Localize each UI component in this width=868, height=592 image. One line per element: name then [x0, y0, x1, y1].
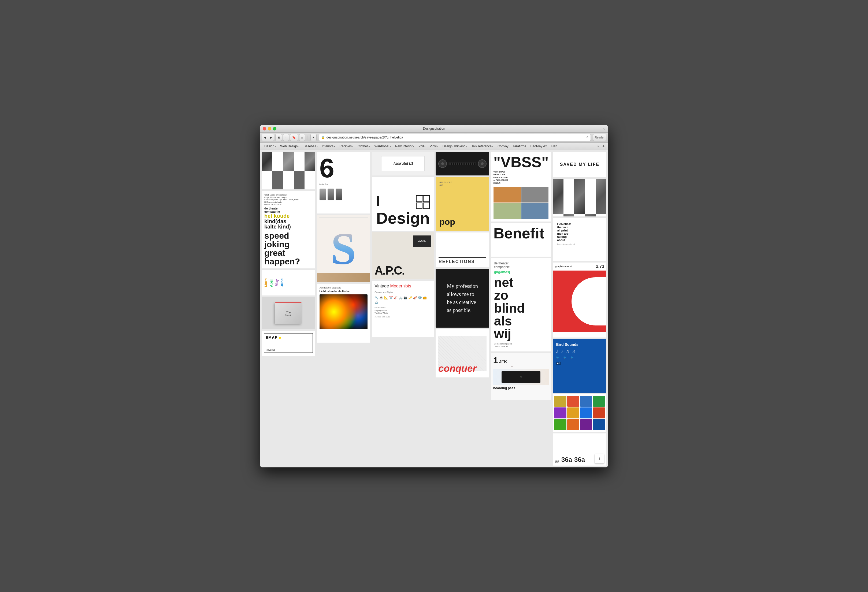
- pin-vintage[interactable]: Vintage Modernists Cameron · Styles 🔧☕📐✂…: [372, 281, 434, 337]
- pin-graphis[interactable]: graphis annual 2.73: [553, 262, 606, 337]
- nav-arrow-interiors: ▾: [334, 145, 335, 147]
- pin-reflections[interactable]: REFLECTIONS: [435, 232, 489, 267]
- csq-7: [580, 408, 592, 418]
- pin-s-letter[interactable]: S: [317, 215, 371, 282]
- nav-item-wardrobe[interactable]: Wardrobe! ▾: [372, 143, 393, 150]
- nav-item-interiors[interactable]: Interiors ▾: [320, 143, 337, 150]
- nav-item-tarafirma[interactable]: Tarafirma: [511, 143, 528, 150]
- nav-item-baseball[interactable]: Baseball ▾: [301, 143, 320, 150]
- add-tab-button[interactable]: +: [310, 134, 316, 141]
- nav-item-clothes[interactable]: Clothes ▾: [356, 143, 372, 150]
- share-button[interactable]: ↑: [283, 134, 289, 141]
- aa-text-label: aa: [555, 459, 559, 464]
- saved-text: SAVED MY LIFE: [560, 162, 599, 167]
- pins-grid: Tekst: Marjus on MaarsburgRegie: Mondko …: [260, 150, 608, 467]
- pin-abstrakte[interactable]: Abstrakte Fotografie Licht ist mehr als …: [317, 284, 371, 343]
- nav-item-vinyl[interactable]: Vinyl ▾: [428, 143, 440, 150]
- can-3: [336, 188, 342, 200]
- pin-col-1: Tekst: Marjus on MaarsburgRegie: Mondko …: [262, 152, 315, 356]
- csq-12: [593, 419, 605, 430]
- pin-bird-sounds[interactable]: Bird Sounds ♩ ♪ ♫ ♬ 🐦 🐦 🐦 ◼ 1: [553, 339, 606, 393]
- pin-conquer[interactable]: conquer: [435, 329, 489, 377]
- vintage-sub-text: Cameron · Styles: [375, 291, 431, 294]
- nav-item-beoplay[interactable]: BeoPlay A2: [528, 143, 549, 150]
- nav-item-design[interactable]: Design ▾: [262, 143, 278, 150]
- graphis-label: graphis annual: [555, 265, 572, 268]
- nav-item-talkreference[interactable]: Talk reference ▾: [469, 143, 495, 150]
- face-slice-2: [283, 152, 294, 171]
- url-text: designspiration.net/search/saves/page/2/…: [326, 135, 403, 139]
- nav-item-phil[interactable]: Phil ▾: [416, 143, 428, 150]
- pin-6-poster[interactable]: 6 helvetica: [317, 152, 371, 214]
- browser-window: Designspiration ⤡ ◀ ▶ ⊞ ↑ 🔖 ⌂ | + 🔒 desi…: [260, 125, 608, 467]
- pin-bw-faces-2[interactable]: [553, 179, 606, 216]
- pin-theater-text[interactable]: Tekst: Marjus on MaarsburgRegie: Mondko …: [262, 191, 315, 268]
- nav-item-recipies[interactable]: Recipies ▾: [337, 143, 356, 150]
- close-button[interactable]: [263, 127, 266, 130]
- vbss-photo-grid: [493, 187, 549, 219]
- can-2: [328, 188, 334, 200]
- nav-item-han[interactable]: Han: [549, 143, 559, 150]
- pin-saved-life[interactable]: SAVED MY LIFE: [553, 152, 606, 177]
- forward-button[interactable]: ▶: [268, 134, 274, 141]
- scroll-top-icon: ↑: [598, 456, 601, 461]
- window-title: Designspiration: [423, 127, 445, 130]
- pin-colored-squares[interactable]: [553, 394, 606, 432]
- pin-roll-film[interactable]: [435, 152, 489, 175]
- nav-label-recipies: Recipies: [340, 144, 352, 148]
- abstrakte-subtitle: Licht ist mehr als Farbe: [320, 290, 368, 293]
- face2-slice-5: [585, 214, 596, 216]
- nav-arrow-baseball: ▾: [317, 145, 318, 147]
- film-roll-left: [438, 159, 447, 168]
- pin-taskset[interactable]: Task Set 01: [372, 152, 434, 175]
- pop-label: pop: [439, 217, 486, 227]
- nav-item-newinterior[interactable]: New Interior ▾: [393, 143, 416, 150]
- pin-netz-zo[interactable]: de theatercompagnie gilgamesj netzoblind…: [491, 258, 551, 352]
- nav-item-designthinking[interactable]: Design Thinking ▾: [440, 143, 469, 150]
- nav-arrow-phil: ▾: [424, 145, 425, 147]
- face2-slice-4: [564, 214, 574, 216]
- nav-label-phil: Phil: [418, 144, 424, 148]
- pin-bw-faces[interactable]: [262, 152, 315, 189]
- nav-arrow-vinyl: ▾: [437, 145, 438, 147]
- refresh-icon[interactable]: ↺: [586, 135, 588, 139]
- pin-vbss[interactable]: "VBSS" "WITHDRAWFROM YOUROWN ACCOUNT:— P…: [491, 152, 551, 221]
- nav-arrow-newinterior: ▾: [413, 145, 414, 147]
- reflections-text: REFLECTIONS: [438, 257, 486, 264]
- nav-item-webdesign[interactable]: Web Design ▾: [278, 143, 301, 150]
- title-bar: Designspiration ⤡: [260, 125, 608, 133]
- pin-i-design[interactable]: I Design: [372, 177, 434, 231]
- pin-boarding-pass[interactable]: 1 JFK 👓 ───────────── 📱 boarding pass: [491, 353, 551, 400]
- face2-slice-1: [553, 179, 564, 214]
- pin-american-art[interactable]: american art pop: [435, 177, 489, 231]
- s-letter: S: [331, 226, 356, 271]
- pin-benefit[interactable]: Benefit: [491, 223, 551, 257]
- nav-more-button[interactable]: »: [595, 144, 601, 148]
- maximize-button[interactable]: [273, 127, 276, 130]
- emaf-dot-icon: ●: [279, 335, 282, 340]
- address-bar[interactable]: 🔒 designspiration.net/search/saves/page/…: [319, 134, 591, 141]
- booklet-cover: TheStudio: [275, 302, 301, 324]
- film-roll-right: [478, 159, 487, 168]
- face2-slice-2: [574, 179, 585, 214]
- pin-helvetica-2[interactable]: Helvetica:the faceall printmen aretalkin…: [553, 218, 606, 261]
- reader-button[interactable]: Reader: [593, 134, 606, 141]
- pin-emaf[interactable]: EMAF ● NOV2012: [262, 331, 315, 356]
- minimize-button[interactable]: [268, 127, 271, 130]
- face2-slice-3: [596, 179, 606, 214]
- can-1: [320, 188, 326, 200]
- home-button[interactable]: ⌂: [299, 134, 305, 141]
- csq-2: [567, 396, 579, 406]
- pin-months[interactable]: Marc April May June: [262, 270, 315, 296]
- nav-add-button[interactable]: +: [601, 144, 606, 149]
- back-button[interactable]: ◀: [262, 134, 268, 141]
- nav-item-convoy[interactable]: Convoy: [495, 143, 511, 150]
- grid-button[interactable]: ⊞: [275, 134, 282, 141]
- booklet-title: TheStudio: [285, 309, 292, 317]
- month-june: June: [280, 278, 284, 287]
- pin-black-quote[interactable]: My professionallows me tobe as creativea…: [435, 269, 489, 328]
- pin-apc[interactable]: A.P.C. A.P.C.: [372, 232, 434, 279]
- bookmark-button[interactable]: 🔖: [290, 134, 298, 141]
- scroll-to-top[interactable]: ↑: [595, 454, 604, 464]
- pin-booklet[interactable]: TheStudio: [262, 297, 315, 329]
